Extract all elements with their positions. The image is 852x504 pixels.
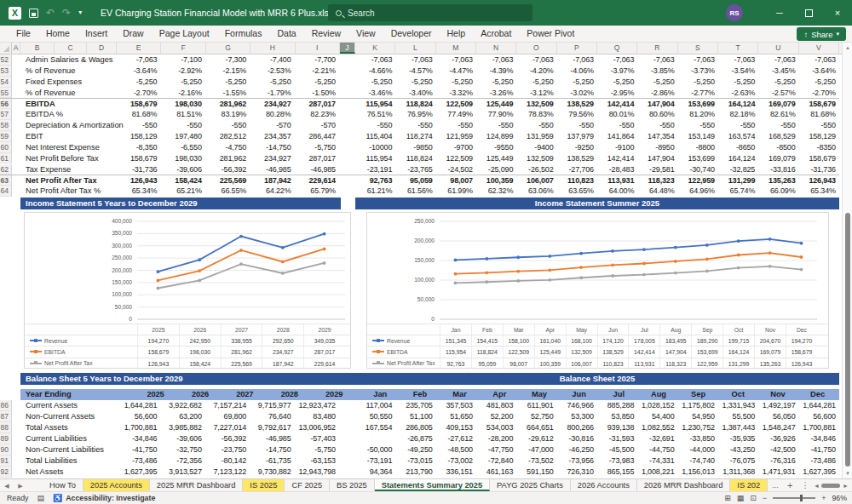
qat-customize-icon[interactable]: ▾ <box>78 7 82 19</box>
cell[interactable]: 138,529 <box>557 99 597 109</box>
cell[interactable]: 158,129 <box>799 131 839 142</box>
normal-view-icon[interactable]: ⊞ <box>724 494 731 502</box>
cell[interactable]: 113,931 <box>597 175 637 186</box>
column-header-f[interactable]: F <box>161 43 205 54</box>
cell[interactable]: 77.49% <box>436 109 476 120</box>
cell[interactable]: 1,156,013 <box>678 467 718 478</box>
column-header-r[interactable]: R <box>637 43 677 54</box>
cell[interactable]: 56,600 <box>799 411 839 422</box>
sheet-tab-is-202[interactable]: IS 202 <box>730 479 768 491</box>
cell[interactable]: 1,082,552 <box>637 422 677 433</box>
cell[interactable]: 865,155 <box>597 467 637 478</box>
column-header-d[interactable]: D <box>87 43 117 54</box>
cell[interactable]: -3.64% <box>799 66 839 77</box>
balance-header-month[interactable]: Mar <box>441 389 481 400</box>
cell[interactable]: 83,480 <box>296 411 340 422</box>
cell[interactable]: -47,000 <box>516 444 556 455</box>
cell[interactable]: 168,529 <box>758 131 798 142</box>
row-header-64[interactable]: 64 <box>0 186 12 197</box>
cell[interactable]: 9,730,882 <box>250 467 295 478</box>
cell[interactable]: 98,007 <box>436 175 476 186</box>
cell[interactable]: -73,502 <box>516 455 556 467</box>
cell[interactable]: -48,500 <box>436 444 476 455</box>
cell[interactable]: -5,750 <box>296 142 340 153</box>
cell[interactable]: 82.18% <box>718 109 758 120</box>
cell[interactable] <box>340 77 355 88</box>
cell[interactable]: 1,700,881 <box>117 422 161 433</box>
cell[interactable]: -76,316 <box>758 455 798 467</box>
cell[interactable]: -39,606 <box>161 433 205 444</box>
cell[interactable]: 611,901 <box>516 400 556 411</box>
cell[interactable]: 69,800 <box>206 411 250 422</box>
column-header-n[interactable]: N <box>476 43 516 54</box>
cell[interactable]: -570 <box>296 120 340 131</box>
cell[interactable]: -5,250 <box>557 77 597 88</box>
cell[interactable]: -6,550 <box>161 142 205 153</box>
cell[interactable]: 147,904 <box>637 153 677 164</box>
row-label-cell[interactable]: Admin Salaries & Wages <box>12 54 117 66</box>
cell[interactable]: 1,627,395 <box>117 467 161 478</box>
cell[interactable]: -14,750 <box>250 444 295 455</box>
zoom-slider-thumb[interactable] <box>800 495 803 501</box>
zoom-level[interactable]: 96% <box>832 494 847 502</box>
row-header-92[interactable]: 92 <box>0 467 12 478</box>
cell[interactable]: 54,950 <box>678 411 718 422</box>
cell[interactable]: 80.28% <box>250 109 295 120</box>
cell[interactable]: 64.48% <box>637 186 677 197</box>
cell[interactable]: -5,250 <box>161 77 205 88</box>
cell[interactable]: 56,600 <box>117 411 161 422</box>
cell[interactable]: -3.54% <box>718 66 758 77</box>
cell[interactable]: 158,679 <box>117 99 161 109</box>
cell[interactable]: 115,954 <box>355 153 395 164</box>
cell[interactable]: -2.15% <box>206 66 250 77</box>
cell[interactable]: 122,509 <box>436 99 476 109</box>
select-all-corner[interactable] <box>0 43 12 54</box>
cell[interactable]: -7,100 <box>161 54 205 66</box>
cell[interactable]: -73,956 <box>557 455 597 467</box>
cell[interactable]: -80,142 <box>206 455 250 467</box>
balance-header-month[interactable]: Jun <box>561 389 601 400</box>
cell[interactable]: -550 <box>395 120 435 131</box>
cell[interactable]: 65.34% <box>117 186 161 197</box>
cell[interactable]: 76,640 <box>250 411 295 422</box>
cell[interactable]: -61,735 <box>250 455 295 467</box>
cell[interactable]: 66.09% <box>758 186 798 197</box>
hscroll-left-icon[interactable]: ◄ <box>814 483 820 489</box>
zoom-out-icon[interactable]: − <box>763 494 767 502</box>
cell[interactable]: 1,471,931 <box>758 467 798 478</box>
cell[interactable]: -33,816 <box>758 164 798 175</box>
column-header-b[interactable]: B <box>20 43 55 54</box>
cell[interactable]: 81.68% <box>117 109 161 120</box>
cell[interactable]: -7,063 <box>637 54 677 66</box>
cell[interactable]: 117,004 <box>355 400 395 411</box>
cell[interactable]: 81.68% <box>799 109 839 120</box>
cell[interactable]: -23,191 <box>355 164 395 175</box>
cell[interactable]: 1,644,281 <box>799 400 839 411</box>
balance-header-year[interactable]: 2026 <box>169 389 213 400</box>
column-header-p[interactable]: P <box>557 43 597 54</box>
cell[interactable]: 357,503 <box>436 400 476 411</box>
cell[interactable]: -2.70% <box>799 88 839 99</box>
hscroll-right-icon[interactable]: ► <box>843 483 849 489</box>
cell[interactable]: -3.40% <box>395 88 435 99</box>
column-header-e[interactable]: E <box>117 43 161 54</box>
cell[interactable]: -550 <box>637 120 677 131</box>
accessibility-status[interactable]: ♿ Accessibility: Investigate <box>53 494 155 502</box>
column-header-s[interactable]: S <box>678 43 718 54</box>
cell[interactable]: -44,750 <box>637 444 677 455</box>
cell[interactable]: 92,763 <box>355 175 395 186</box>
row-label-cell[interactable]: % of Revenue <box>12 66 117 77</box>
row-label-cell[interactable]: Tax Expense <box>12 164 117 175</box>
row-label-cell[interactable]: Non-Current Liabilities <box>12 444 117 455</box>
cell[interactable] <box>340 186 355 197</box>
balance-header-year[interactable]: 2025 <box>124 389 168 400</box>
cell[interactable]: -7,063 <box>395 54 435 66</box>
cell[interactable]: 82.23% <box>296 109 340 120</box>
cell[interactable]: -7,063 <box>117 54 161 66</box>
cell[interactable]: 126,943 <box>799 175 839 186</box>
column-header-q[interactable]: Q <box>597 43 637 54</box>
cell[interactable]: 1,311,368 <box>718 467 758 478</box>
cell[interactable]: 664,651 <box>516 422 556 433</box>
cell[interactable]: 66.55% <box>206 186 250 197</box>
cell[interactable]: -73,983 <box>597 455 637 467</box>
